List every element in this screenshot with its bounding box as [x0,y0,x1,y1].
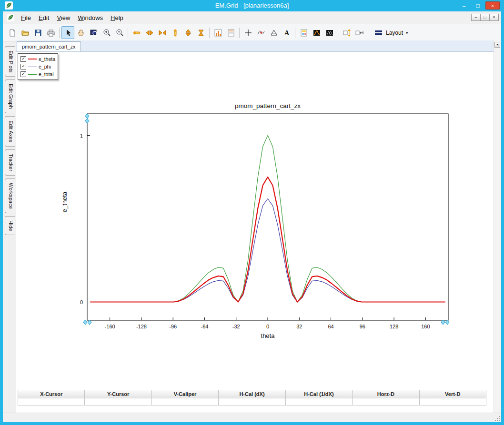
layout-button[interactable]: Layout▾ [370,26,413,39]
plot-dark-1-button[interactable] [310,26,323,39]
svg-text:A: A [284,30,289,37]
menu-edit[interactable]: Edit [35,12,53,23]
legend-item[interactable]: ✓ e_theta [20,55,55,63]
menubar-items: FileEditViewWindowsHelp [17,13,127,22]
sidebar-tab-tracker[interactable]: Tracker [5,149,15,176]
sidebar-tab-hide[interactable]: Hide [5,216,15,236]
tabstrip-scroll-button[interactable]: ◂ [494,42,500,48]
zoom-out-icon [115,29,124,37]
expand-x-button[interactable] [130,26,143,39]
series-line-e_phi[interactable] [90,199,445,302]
readout-header-cell: Y-Cursor [84,390,151,398]
data-sheet-icon [227,29,235,37]
compress-x-icon [158,29,167,37]
caliper-icon [270,29,278,37]
sidebar-tab-edit-axes[interactable]: Edit Axes [5,116,15,147]
expand-y-icon [171,29,180,37]
sidebar-tab-workspace[interactable]: Workspace [5,178,15,213]
minimize-button[interactable]: – [458,1,470,10]
menu-view[interactable]: View [53,12,74,23]
crosshair-icon [244,29,252,37]
crosshair-button[interactable] [242,26,254,39]
fit-vertical-button[interactable] [340,26,353,39]
save-button[interactable] [31,26,44,39]
menu-file[interactable]: File [17,12,35,23]
legend-label: e_phi [39,64,51,69]
x-tick-label: -64 [201,324,209,329]
y-tick-label: 1 [80,133,83,138]
scroll-y-icon [184,29,192,37]
toolbar-separator [239,28,240,38]
layout-button-label: Layout [386,30,403,36]
histogram-button[interactable] [212,26,224,39]
save-icon [34,29,42,37]
sidebar-tab-edit-plots[interactable]: Edit Plots [5,46,15,77]
plot-frame [87,114,448,320]
close-button[interactable]: × [485,1,500,10]
page-color-icon [300,29,308,37]
zoom-in-button[interactable] [100,26,113,39]
menu-windows[interactable]: Windows [74,12,107,23]
legend-item[interactable]: ✓ e_total [20,70,55,78]
caliper-button[interactable] [267,26,280,39]
window-body: FileEditViewWindowsHelp –□× ALayout▾ Edi… [3,11,501,422]
print-icon [47,29,55,37]
readout-header-cell: H-Cal (dX) [218,390,285,398]
readout-value-cell [419,398,486,405]
open-button[interactable] [19,26,31,39]
scroll-x-button[interactable] [143,26,156,39]
readout-header-cell: Horz-D [352,390,419,398]
compress-x-button[interactable] [156,26,169,39]
x-tick-label: -128 [136,324,147,329]
legend-item[interactable]: ✓ e_phi [20,63,55,70]
x-tick-label: 64 [328,324,333,329]
titlebar: EM.Grid - [planarlesson6a] – □ × [0,0,504,11]
mdi-minimize-button[interactable]: – [471,14,481,21]
window-title: EM.Grid - [planarlesson6a] [0,0,504,11]
readout-value-cell [285,398,353,405]
readout-header-cell: X-Cursor [18,390,85,398]
toolbar-separator [128,28,128,38]
readout-header-cell: V-Caliper [151,390,219,398]
legend-checkbox[interactable]: ✓ [20,56,26,62]
zoom-window-button[interactable] [87,26,100,39]
plot-dark-2-button[interactable] [323,26,336,39]
right-rail: ◂ [494,40,501,413]
menu-help[interactable]: Help [107,12,127,23]
sidebar-tab-edit-graph[interactable]: Edit Graph [5,79,15,113]
tracker-button[interactable] [254,26,267,39]
new-button[interactable] [6,26,19,39]
readout-table: X-CursorY-CursorV-CaliperH-Cal (dX)H-Cal… [18,390,486,405]
mdi-restore-button[interactable]: □ [480,14,490,21]
print-button[interactable] [44,26,57,39]
open-icon [21,29,30,37]
legend-checkbox[interactable]: ✓ [20,64,26,69]
page-color-button[interactable] [297,26,310,39]
autoscale-button[interactable] [194,26,207,39]
select-button[interactable] [61,26,74,39]
resize-grip[interactable] [494,415,500,421]
x-tick-label: 32 [296,324,302,329]
fit-horizontal-button[interactable] [353,26,366,39]
zoom-out-button[interactable] [113,26,126,39]
pan-button[interactable] [74,26,87,39]
legend-line-swatch [28,67,37,67]
axis-handle-icon[interactable] [85,114,89,119]
axis-handle-icon[interactable] [85,119,89,123]
series-line-e_theta[interactable] [90,177,445,302]
histogram-icon [214,29,222,37]
x-tick-label: 160 [421,324,430,329]
scroll-y-button[interactable] [181,26,194,39]
legend: ✓ e_theta ✓ e_phi ✓ e_total [18,53,58,80]
expand-y-button[interactable] [169,26,181,39]
select-icon [64,29,72,37]
maximize-button[interactable]: □ [472,1,484,10]
data-sheet-button[interactable] [224,26,237,39]
mdi-close-button[interactable]: × [489,14,499,21]
axis-handle-icon[interactable] [83,320,87,325]
legend-checkbox[interactable]: ✓ [20,71,26,77]
series-line-e_total[interactable] [90,136,445,302]
text-tool-button[interactable]: A [280,26,293,39]
scroll-x-icon [145,29,154,37]
toolbar-separator [368,28,368,38]
